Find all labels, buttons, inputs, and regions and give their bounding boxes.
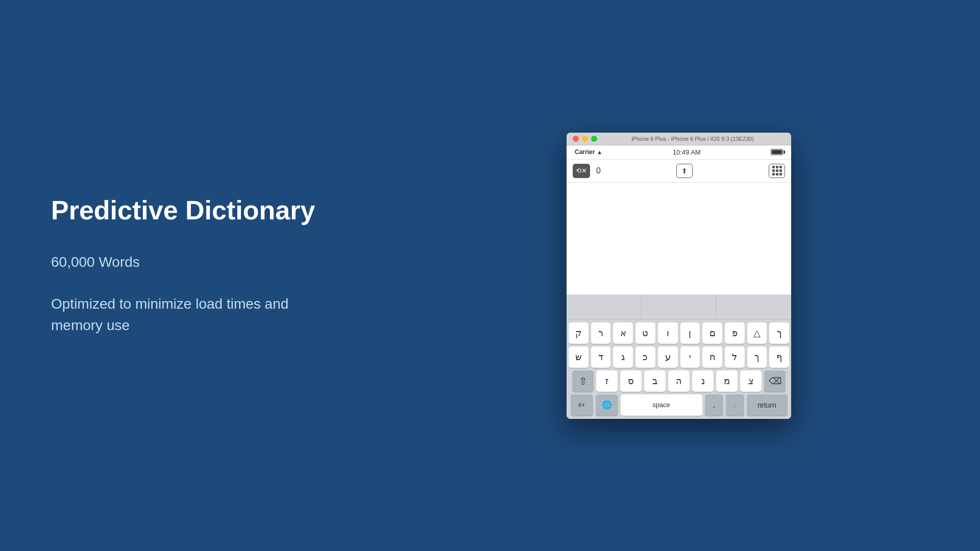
- battery-icon: [771, 149, 783, 155]
- backspace-key[interactable]: ⌫: [764, 370, 786, 392]
- key-n[interactable]: מ: [716, 370, 738, 392]
- page-title: Predictive Dictionary: [51, 194, 327, 226]
- grid-icon: [772, 166, 782, 176]
- key-x[interactable]: ס: [620, 370, 642, 392]
- key-y[interactable]: ן: [680, 322, 700, 344]
- key-l[interactable]: ך: [747, 346, 767, 368]
- key-s[interactable]: ד: [591, 346, 611, 368]
- key-t[interactable]: ו: [658, 322, 678, 344]
- grid-button[interactable]: [769, 164, 785, 178]
- iphone-screen: Carrier ▲ 10:49 AM ⟲✕ 0 ⬆: [567, 145, 791, 419]
- key-e[interactable]: א: [613, 322, 633, 344]
- key-u[interactable]: ם: [702, 322, 722, 344]
- mac-close-button[interactable]: [573, 136, 579, 142]
- key-f[interactable]: כ: [635, 346, 655, 368]
- dots-key[interactable]: :: [726, 394, 744, 416]
- key-g[interactable]: ע: [658, 346, 678, 368]
- mac-titlebar: iPhone 6 Plus - iPhone 6 Plus / iOS 9.3 …: [567, 133, 791, 145]
- space-key[interactable]: space: [621, 394, 702, 416]
- key-q[interactable]: ק: [569, 322, 589, 344]
- time-display: 10:49 AM: [673, 148, 701, 156]
- ios-toolbar: ⟲✕ 0 ⬆: [567, 160, 791, 183]
- key-k[interactable]: ל: [725, 346, 745, 368]
- return-key[interactable]: return: [747, 394, 788, 416]
- key-d[interactable]: ג: [613, 346, 633, 368]
- mac-minimize-button[interactable]: [582, 136, 588, 142]
- text-area[interactable]: [567, 183, 791, 295]
- keyboard-row-1: ק ר א ט ו ן ם פ △ ך: [569, 322, 789, 344]
- feature-description: Optimized to minimize load times and mem…: [51, 293, 327, 336]
- key-m[interactable]: צ: [740, 370, 762, 392]
- toolbar-undo-button[interactable]: ⟲✕: [573, 164, 590, 178]
- mac-maximize-button[interactable]: [591, 136, 597, 142]
- battery-indicator: [771, 149, 783, 155]
- wifi-icon: ▲: [597, 149, 602, 155]
- key-z[interactable]: ז: [596, 370, 618, 392]
- globe-key[interactable]: 🌐: [596, 394, 618, 416]
- keyboard-row-2: ש ד ג כ ע י ח ל ך ף: [569, 346, 789, 368]
- key-j[interactable]: ח: [702, 346, 722, 368]
- predictive-bar: [567, 295, 791, 319]
- key-h[interactable]: י: [680, 346, 700, 368]
- keyboard-row-4: #+ 🌐 space . : return: [569, 394, 789, 416]
- key-w[interactable]: ר: [591, 322, 611, 344]
- period-key[interactable]: .: [705, 394, 723, 416]
- left-panel: Predictive Dictionary 60,000 Words Optim…: [0, 154, 378, 397]
- key-c[interactable]: ב: [644, 370, 666, 392]
- undo-icon: ⟲✕: [576, 167, 587, 174]
- carrier-info: Carrier ▲: [575, 148, 602, 156]
- share-icon: ⬆: [681, 167, 688, 175]
- key-b[interactable]: נ: [692, 370, 714, 392]
- right-panel: iPhone 6 Plus - iPhone 6 Plus / iOS 9.3 …: [378, 133, 980, 419]
- key-p[interactable]: ך: [769, 322, 789, 344]
- predictive-cell-1[interactable]: [567, 295, 642, 319]
- toolbar-count: 0: [596, 166, 601, 176]
- key-r[interactable]: ט: [635, 322, 655, 344]
- key-i[interactable]: פ: [725, 322, 745, 344]
- ios-statusbar: Carrier ▲ 10:49 AM: [567, 145, 791, 160]
- feature-words: 60,000 Words: [51, 252, 327, 273]
- key-semi[interactable]: ף: [769, 346, 789, 368]
- numbers-key[interactable]: #+: [571, 394, 593, 416]
- mac-window-title: iPhone 6 Plus - iPhone 6 Plus / iOS 9.3 …: [600, 136, 785, 142]
- key-o[interactable]: △: [747, 322, 767, 344]
- mac-window: iPhone 6 Plus - iPhone 6 Plus / iOS 9.3 …: [567, 133, 791, 419]
- shift-key[interactable]: ⇧: [572, 370, 594, 392]
- key-a[interactable]: ש: [569, 346, 589, 368]
- predictive-cell-2[interactable]: [642, 295, 717, 319]
- carrier-label: Carrier: [575, 148, 595, 156]
- ios-keyboard: ק ר א ט ו ן ם פ △ ך ש ד ג כ ע: [567, 319, 791, 419]
- share-button[interactable]: ⬆: [676, 164, 693, 178]
- keyboard-row-3: ⇧ ז ס ב ה נ מ צ ⌫: [569, 370, 789, 392]
- predictive-cell-3[interactable]: [717, 295, 791, 319]
- key-v[interactable]: ה: [668, 370, 690, 392]
